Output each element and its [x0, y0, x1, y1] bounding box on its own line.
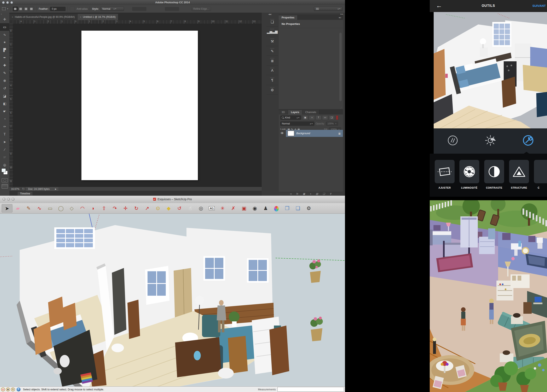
su-tool-rotate[interactable]: ↻ — [131, 204, 142, 212]
selection-add-button[interactable] — [18, 7, 23, 11]
feather-input[interactable]: 0 px — [50, 7, 65, 11]
measurements-input[interactable] — [277, 387, 344, 392]
layer-row-background[interactable]: 👁 Background — [279, 130, 343, 137]
su-tool-select[interactable]: ➤ — [2, 204, 13, 212]
ps-tool-brush[interactable]: ✎ — [0, 69, 9, 77]
link-layers-icon[interactable]: ∞ — [290, 192, 292, 195]
history-panel-icon[interactable]: ||||||||❏ — [266, 17, 278, 27]
su-tool-color-wheel[interactable] — [271, 204, 282, 212]
close-tab-icon[interactable]: × — [80, 16, 81, 18]
tool-tile-contraste[interactable] — [484, 160, 504, 183]
su-tool-line[interactable]: ✎ — [23, 204, 34, 212]
properties-scrollbar[interactable] — [339, 33, 342, 101]
su-tool-orbit[interactable]: ↺ — [174, 204, 185, 212]
canvas-blank-document[interactable] — [82, 31, 198, 180]
collapse-panels-icon[interactable]: ◀◀ — [268, 13, 271, 15]
su-tool-move[interactable]: ✛ — [120, 204, 131, 212]
tool-tile-luminosite[interactable] — [459, 160, 479, 183]
su-tool-text[interactable]: A1 — [206, 204, 217, 212]
su-tool-polygon[interactable]: ◇ — [66, 204, 77, 212]
ps-tool-smudge[interactable]: ☛ — [0, 108, 9, 115]
google-icon[interactable]: G — [11, 387, 15, 391]
close-tab-icon[interactable]: × — [12, 16, 13, 18]
selection-subtract-button[interactable] — [24, 7, 29, 11]
su-tool-offset[interactable]: ↷ — [109, 204, 120, 212]
quick-mask-button[interactable] — [2, 178, 8, 182]
tools-panel-expand-icon[interactable]: » — [0, 13, 9, 15]
tools-presets-panel-icon[interactable]: ||||||||⚒ — [266, 36, 278, 46]
preferences-panel-icon[interactable]: ||||||||⚙ — [266, 85, 278, 95]
opacity-value[interactable]: 100%▼ — [326, 122, 338, 126]
clone-source-panel-icon[interactable]: ||||||||≣ — [266, 56, 278, 65]
filters-tab-icon[interactable] — [446, 134, 459, 147]
ps-tool-zoom[interactable]: ◎ — [0, 161, 9, 169]
su-tool-look-around[interactable]: ◉ — [249, 204, 260, 212]
document-tab[interactable]: × Habits-of-Successful-People.jpg @ 60.9… — [9, 14, 77, 20]
ps-tool-magic-wand[interactable]: ✶ — [0, 39, 9, 46]
character-panel-icon[interactable]: ||||||||A — [266, 65, 278, 75]
layer-mask-icon[interactable]: ▣ — [303, 192, 305, 195]
selection-intersect-button[interactable] — [29, 7, 34, 11]
zoom-window-button[interactable] — [10, 1, 13, 4]
ps-tool-crop[interactable]: ▛ — [0, 46, 9, 54]
minimize-window-button[interactable] — [6, 1, 9, 4]
ps-tool-line[interactable]: ∕ — [0, 146, 9, 153]
new-layer-icon[interactable]: ❏ — [323, 192, 325, 195]
tool-tile-ajuster[interactable] — [435, 160, 455, 183]
ps-tool-type[interactable]: T — [0, 130, 9, 138]
tool-tile-cut-off[interactable] — [534, 160, 547, 183]
su-tool-pan[interactable]: ☝ — [185, 204, 196, 212]
ps-tool-gradient[interactable]: ◧ — [0, 100, 9, 108]
su-tool-component-1[interactable]: ❐ — [282, 204, 293, 212]
style-dropdown[interactable]: Normal▲▼ — [101, 7, 124, 11]
ps-tool-rectangular-marquee[interactable]: ▭ — [0, 23, 9, 31]
photo-preview[interactable] — [434, 12, 547, 128]
tool-tile-structure[interactable] — [509, 160, 529, 183]
kind-filter-dropdown[interactable]: Kind▲▼ — [280, 115, 301, 120]
histogram-panel-icon[interactable]: ||||||||▂▅▃▆ — [266, 27, 278, 36]
blend-mode-dropdown[interactable]: Normal▲▼ — [280, 122, 314, 126]
color-swatches[interactable] — [1, 168, 8, 175]
filter-adjustment-icon[interactable]: ◑ — [309, 115, 315, 120]
help-icon[interactable]: ? — [17, 387, 21, 391]
brush-settings-panel-icon[interactable]: ||||||||✎ — [266, 46, 278, 56]
filter-toggle[interactable] — [336, 115, 338, 120]
properties-tab[interactable]: Properties — [279, 15, 298, 20]
person-icon[interactable]: ♟ — [6, 387, 10, 391]
share-icon[interactable]: ⎋ — [22, 187, 24, 191]
su-tool-section[interactable]: ✗ — [228, 204, 239, 212]
marquee-tool-preset-icon[interactable] — [2, 7, 6, 10]
filter-type-icon[interactable]: T — [315, 115, 321, 120]
su-tool-paint-bucket[interactable]: ◆ — [163, 204, 174, 212]
layers-panel-tab[interactable]: Layers — [288, 110, 302, 115]
delete-layer-icon[interactable]: ⚱ — [329, 192, 332, 195]
su-tool-scale[interactable]: ↗ — [142, 204, 152, 212]
ps-tool-eraser[interactable]: ◪ — [0, 92, 9, 100]
su-tool-arc[interactable]: ◠ — [77, 204, 88, 212]
su-tool-push-pull[interactable]: ⇧ — [99, 204, 109, 212]
su-tool-zoom[interactable]: ◎ — [196, 204, 206, 212]
ps-tool-clone-stamp[interactable]: ⊕ — [0, 77, 9, 84]
zoom-window-button[interactable] — [12, 198, 14, 201]
ps-tool-pen[interactable]: ✑ — [0, 123, 9, 130]
ps-tool-path-select[interactable]: ➤ — [0, 138, 9, 146]
close-window-button[interactable] — [2, 198, 5, 201]
su-tool-eraser[interactable]: ▰ — [13, 204, 23, 212]
su-tool-model-info[interactable]: ⚙ — [303, 204, 314, 212]
layer-group-icon[interactable]: ▤ — [316, 192, 318, 195]
status-expand-icon[interactable]: ▶ — [55, 188, 56, 190]
su-tool-freehand[interactable]: ∿ — [34, 204, 45, 212]
sketchup-viewport[interactable] — [0, 214, 345, 387]
filter-shape-icon[interactable]: ▭ — [322, 115, 328, 120]
next-button[interactable]: SUIVANT — [532, 0, 546, 12]
ps-tool-lasso[interactable]: ∿ — [0, 31, 9, 39]
workspace-dropdown[interactable]: 3D▲▼ — [314, 7, 342, 11]
su-tool-pie[interactable]: ◗ — [88, 204, 99, 212]
ps-tool-move[interactable]: ✛ — [0, 15, 9, 23]
timeline-tab[interactable]: Timeline — [18, 192, 33, 196]
ps-tool-history-brush[interactable]: ↺ — [0, 84, 9, 92]
ps-tool-eyedropper[interactable]: ✒ — [0, 54, 9, 61]
su-tool-zoom-extents[interactable]: ✳ — [217, 204, 228, 212]
filter-smart-object-icon[interactable]: ❑ — [329, 115, 335, 120]
tool-preset-caret-icon[interactable]: ▼ — [7, 8, 8, 10]
